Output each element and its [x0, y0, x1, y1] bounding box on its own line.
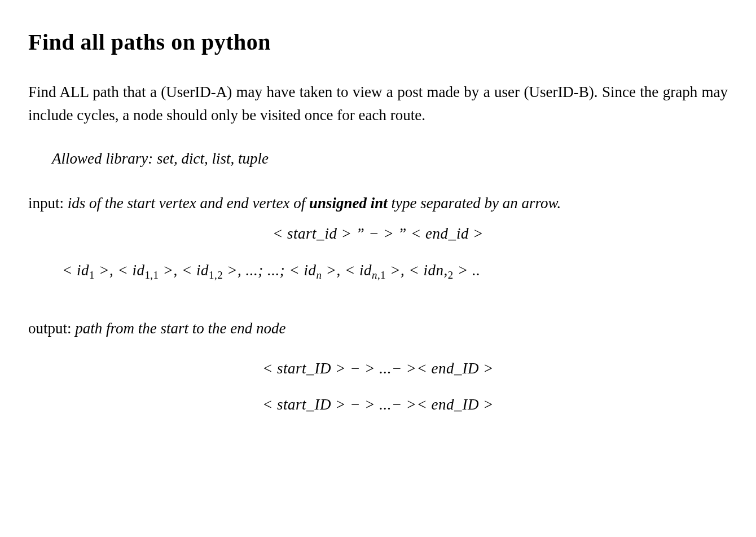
intro-paragraph: Find ALL path that a (UserID-A) may have… [28, 81, 728, 127]
math-format-line2: < id1 >, < id1,1 >, < id1,2 >, ...; ...;… [62, 259, 728, 284]
output-label: output: [28, 320, 75, 337]
input-section: input: ids of the start vertex and end v… [28, 192, 728, 215]
input-description-pre: ids of the start vertex and end vertex o… [68, 195, 309, 212]
allowed-library: Allowed library: set, dict, list, tuple [52, 147, 728, 170]
input-label: input: [28, 195, 68, 212]
input-description-post: type separated by an arrow. [388, 195, 561, 212]
math-format-line1: < start_id > ” − > ” < end_id > [28, 222, 728, 245]
math-output-line2: < start_ID > − > ...− >< end_ID > [28, 393, 728, 416]
math-output-line1: < start_ID > − > ...− >< end_ID > [28, 357, 728, 380]
document-title: Find all paths on python [28, 25, 728, 59]
input-bold: unsigned int [309, 195, 388, 212]
output-description: path from the start to the end node [75, 320, 285, 337]
output-section: output: path from the start to the end n… [28, 317, 728, 340]
